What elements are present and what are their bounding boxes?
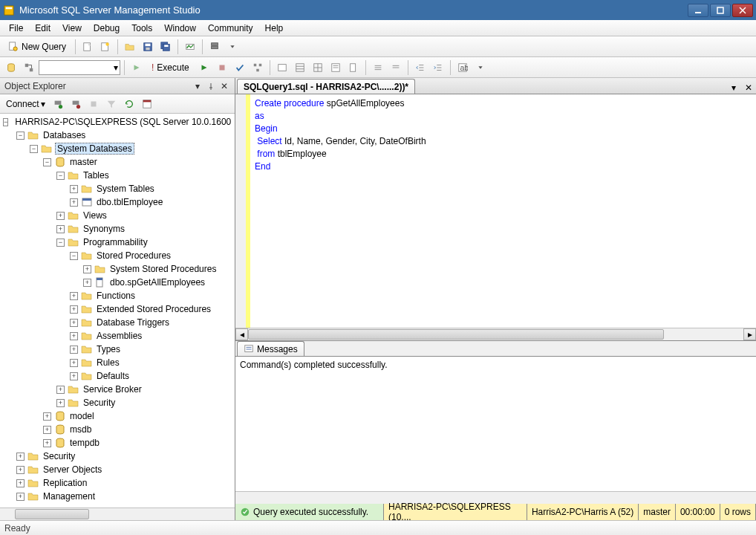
increase-indent-button[interactable] [430,59,446,76]
tree-system-databases[interactable]: −System Databases [0,142,235,155]
new-query-button[interactable]: New Query [3,39,71,55]
tree-service-broker[interactable]: +Service Broker [0,383,235,396]
tree-system-stored-procedures[interactable]: +System Stored Procedures [0,262,235,276]
activity-monitor-button[interactable] [182,39,198,55]
scroll-thumb[interactable] [248,329,664,340]
menu-view[interactable]: View [56,20,88,36]
window-maximize-button[interactable] [710,4,731,17]
results-text-button[interactable] [328,59,344,76]
close-icon[interactable]: ✕ [218,80,230,92]
messages-content[interactable]: Command(s) completed successfully. [235,357,756,491]
tree-msdb[interactable]: +msdb [0,423,235,436]
disconnect-server-icon[interactable] [68,96,84,112]
tree-tempdb[interactable]: +tempdb [0,436,235,450]
stop-refresh-icon[interactable] [85,96,102,112]
svg-point-54 [76,104,80,108]
scroll-left-icon[interactable]: ◂ [235,328,248,340]
uncomment-button[interactable] [388,59,404,76]
tree-programmability[interactable]: −Programmability [0,236,235,249]
menu-debug[interactable]: Debug [88,20,126,36]
save-all-button[interactable] [157,39,174,55]
new-project-button[interactable] [79,39,96,55]
results-file-button[interactable] [345,59,362,76]
editor-horizontal-scrollbar[interactable]: ◂ ▸ [235,328,756,340]
menu-tools[interactable]: Tools [126,20,158,36]
tree-assemblies[interactable]: +Assemblies [0,329,235,343]
stop-button[interactable] [214,59,230,76]
editor-tabrow: SQLQuery1.sql - HARRISA2-PC\......2))* ▾… [235,78,756,94]
tree-synonyms[interactable]: +Synonyms [0,222,235,236]
menu-edit[interactable]: Edit [29,20,56,36]
comment-button[interactable] [370,59,386,76]
tree-tblemployee[interactable]: +dbo.tblEmployee [0,195,235,209]
tab-dropdown-icon[interactable]: ▾ [728,82,740,94]
connect-server-icon[interactable] [50,96,66,112]
tree-spgetallemployees[interactable]: +dbo.spGetAllEmployees [0,276,235,289]
tree-tables[interactable]: −Tables [0,169,235,182]
svg-rect-57 [143,100,151,102]
change-connection-button[interactable] [21,59,37,76]
tree-replication[interactable]: +Replication [0,476,235,490]
include-actual-plan-button[interactable] [274,59,290,76]
parse-button[interactable] [232,59,248,76]
tree-server-objects[interactable]: +Server Objects [0,463,235,476]
code-content[interactable]: Create procedure spGetAllEmployees as Be… [250,94,431,328]
menu-window[interactable]: Window [158,20,202,36]
save-button[interactable] [140,39,156,55]
tree-model[interactable]: +model [0,409,235,423]
window-close-button[interactable] [732,4,753,17]
chevron-down-icon[interactable]: ▾ [192,80,203,92]
code-editor[interactable]: Create procedure spGetAllEmployees as Be… [235,94,756,328]
scroll-right-icon[interactable]: ▸ [743,328,756,340]
database-icon[interactable] [3,59,19,76]
properties-icon[interactable] [139,96,155,112]
menu-help[interactable]: Help [259,20,290,36]
tree-functions[interactable]: +Functions [0,289,235,302]
tree-rules[interactable]: +Rules [0,356,235,369]
tree-types[interactable]: +Types [0,343,235,356]
results-grid-button[interactable] [310,59,326,76]
editor-tab[interactable]: SQLQuery1.sql - HARRISA2-PC\......2))* [237,79,415,94]
tab-close-icon[interactable]: ✕ [743,82,755,94]
tree-ext-stored-procedures[interactable]: +Extended Stored Procedures [0,302,235,316]
new-query-label: New Query [22,42,66,52]
window-minimize-button[interactable] [688,4,708,17]
tree-system-tables[interactable]: +System Tables [0,182,235,195]
status-exec: Query executed successfully. [235,504,384,520]
registered-servers-button[interactable] [206,39,223,55]
database-dropdown[interactable]: ▾ [39,60,120,75]
new-file-button[interactable] [97,39,114,55]
object-explorer-tree[interactable]: −HARRISA2-PC\SQLEXPRESS (SQL Server 10.0… [0,114,235,508]
tree-defaults[interactable]: +Defaults [0,369,235,383]
tree-server[interactable]: −HARRISA2-PC\SQLEXPRESS (SQL Server 10.0… [0,115,235,129]
decrease-indent-button[interactable] [412,59,428,76]
tree-database-triggers[interactable]: +Database Triggers [0,316,235,329]
filter-icon[interactable] [103,96,120,112]
tree-horizontal-scrollbar[interactable] [0,508,235,520]
messages-tab[interactable]: Messages [237,341,304,356]
toolbar-overflow[interactable] [224,39,241,55]
menu-community[interactable]: Community [202,20,259,36]
menu-file[interactable]: File [3,20,29,36]
svg-rect-12 [146,43,151,46]
debug-play-button[interactable] [196,59,212,76]
tree-databases[interactable]: −Databases [0,129,235,142]
tree-management[interactable]: +Management [0,490,235,503]
tree-security-inner[interactable]: +Security [0,396,235,409]
include-statistics-button[interactable] [292,59,308,76]
tree-security[interactable]: +Security [0,450,235,463]
open-file-button[interactable] [122,39,138,55]
refresh-icon[interactable] [121,96,137,112]
tree-master[interactable]: −master [0,155,235,169]
specify-values-button[interactable]: ab [454,59,471,76]
tree-stored-procedures[interactable]: −Stored Procedures [0,249,235,262]
pin-icon[interactable] [205,80,217,92]
tree-views[interactable]: +Views [0,209,235,222]
display-plan-button[interactable] [250,59,266,76]
debug-button[interactable] [128,59,145,76]
toolbar2-overflow[interactable] [472,59,489,76]
connect-button[interactable]: Connect▾ [3,97,48,111]
execute-button[interactable]: ! Execute [146,59,195,76]
toolbar-standard: New Query [0,36,756,57]
svg-rect-13 [146,47,149,50]
